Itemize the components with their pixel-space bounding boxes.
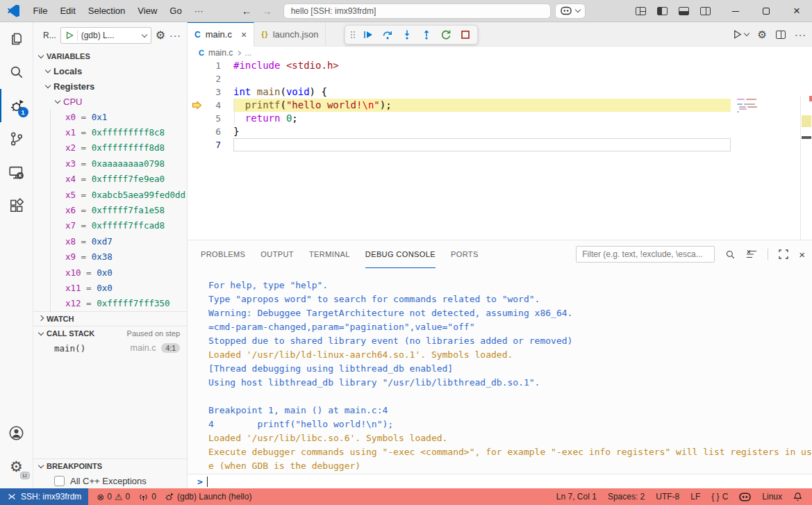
code-line-7[interactable]: 7 bbox=[188, 138, 812, 151]
breadcrumb-file[interactable]: main.c bbox=[208, 48, 233, 58]
stop-button[interactable] bbox=[457, 26, 474, 43]
split-editor-icon[interactable] bbox=[776, 31, 786, 39]
panel-tab-problems[interactable]: PROBLEMS bbox=[201, 240, 245, 268]
code-text[interactable] bbox=[233, 72, 731, 85]
variables-group-locals[interactable]: Locals bbox=[33, 63, 187, 78]
close-button[interactable]: × bbox=[781, 0, 812, 22]
section-watch[interactable]: WATCH bbox=[33, 311, 187, 326]
os-indicator[interactable]: Linux bbox=[762, 492, 782, 502]
panel-tab-ports[interactable]: PORTS bbox=[451, 240, 479, 268]
gutter[interactable] bbox=[188, 72, 206, 85]
step-out-button[interactable] bbox=[418, 26, 435, 43]
forward-icon[interactable]: → bbox=[262, 5, 272, 17]
step-into-button[interactable] bbox=[399, 26, 415, 43]
stack-frame-row[interactable]: main() main.c 4:1 bbox=[33, 340, 187, 356]
close-panel-icon[interactable]: × bbox=[799, 249, 805, 260]
panel-tab-debug-console[interactable]: DEBUG CONSOLE bbox=[365, 240, 436, 268]
continue-button[interactable] bbox=[360, 26, 376, 43]
code-line-2[interactable]: 2 bbox=[188, 72, 812, 85]
gear-icon[interactable]: ⚙ bbox=[758, 29, 767, 40]
register-row[interactable]: x10 = 0x0 bbox=[33, 265, 187, 280]
sidebar-item-run-debug[interactable]: 1 bbox=[0, 89, 33, 122]
code-line-1[interactable]: 1#include <stdio.h> bbox=[188, 59, 812, 72]
code-text[interactable]: int main(void) { bbox=[233, 85, 731, 99]
launch-config-dropdown[interactable]: (gdb) L... bbox=[60, 27, 151, 44]
cursor-position[interactable]: Ln 7, Col 1 bbox=[556, 492, 597, 502]
command-center[interactable]: hello [SSH: imx93frdm] bbox=[283, 3, 551, 19]
register-row[interactable]: x0 = 0x1 bbox=[33, 109, 187, 124]
toggle-panel-icon[interactable] bbox=[679, 7, 689, 15]
restart-button[interactable] bbox=[438, 26, 454, 43]
code-text[interactable]: #include <stdio.h> bbox=[233, 59, 731, 72]
register-row[interactable]: x7 = 0xfffff7ffcad8 bbox=[33, 218, 187, 233]
gutter[interactable] bbox=[188, 125, 206, 138]
copilot-menu[interactable] bbox=[555, 3, 586, 19]
indentation[interactable]: Spaces: 2 bbox=[608, 492, 645, 502]
section-breakpoints[interactable]: BREAKPOINTS bbox=[33, 458, 187, 473]
copilot-icon[interactable] bbox=[739, 492, 751, 502]
drag-handle-icon[interactable] bbox=[349, 29, 357, 40]
back-icon[interactable]: ← bbox=[242, 5, 252, 17]
breadcrumb[interactable]: C main.c ... bbox=[188, 47, 812, 59]
code-text[interactable] bbox=[233, 138, 731, 151]
menu-go[interactable]: Go bbox=[163, 3, 188, 19]
start-debug-icon[interactable] bbox=[65, 31, 74, 40]
more-actions-icon[interactable]: ··· bbox=[795, 29, 806, 40]
menu-[interactable]: ··· bbox=[188, 3, 210, 19]
ports-status[interactable]: 0 bbox=[138, 492, 156, 502]
breakpoint-row[interactable]: All C++ Exceptions bbox=[33, 473, 187, 488]
register-row[interactable]: x11 = 0x0 bbox=[33, 280, 187, 295]
eol-sequence[interactable]: LF bbox=[690, 492, 700, 502]
debug-console-input[interactable]: > bbox=[188, 474, 812, 488]
problems-status[interactable]: ⊗ 0 ⚠ 0 bbox=[97, 492, 130, 502]
execution-pointer-icon[interactable] bbox=[188, 99, 206, 112]
search-icon[interactable] bbox=[725, 249, 736, 260]
sidebar-item-search[interactable] bbox=[0, 56, 33, 89]
variables-group-registers[interactable]: Registers bbox=[33, 78, 187, 94]
clear-console-icon[interactable] bbox=[746, 249, 757, 259]
encoding[interactable]: UTF-8 bbox=[656, 492, 679, 502]
gear-icon[interactable]: ⚙ bbox=[156, 30, 165, 41]
register-row[interactable]: x6 = 0xfffff7fa1e58 bbox=[33, 202, 187, 217]
code-editor[interactable]: 1#include <stdio.h>2 3int main(void) {4 … bbox=[188, 59, 812, 240]
register-row[interactable]: x4 = 0xfffff7fe9ea0 bbox=[33, 172, 187, 187]
section-variables[interactable]: VARIABLES bbox=[33, 49, 187, 63]
sidebar-item-extensions[interactable] bbox=[0, 189, 33, 222]
gutter[interactable] bbox=[188, 59, 206, 72]
code-line-4[interactable]: 4 printf("hello world!\n"); bbox=[188, 99, 812, 112]
menu-edit[interactable]: Edit bbox=[53, 3, 81, 19]
tab-launch-json[interactable]: { } launch.json bbox=[254, 22, 326, 46]
toggle-secondary-sidebar-icon[interactable] bbox=[700, 7, 711, 15]
register-row[interactable]: x2 = 0xfffffffff8d8 bbox=[33, 140, 187, 156]
toggle-sidebar-icon[interactable] bbox=[657, 7, 668, 15]
menu-selection[interactable]: Selection bbox=[82, 3, 131, 19]
register-row[interactable]: x1 = 0xfffffffff8c8 bbox=[33, 124, 187, 140]
more-actions-icon[interactable]: ··· bbox=[169, 30, 181, 41]
language-mode[interactable]: { } C bbox=[711, 492, 728, 502]
sidebar-item-remote-explorer[interactable] bbox=[0, 156, 33, 189]
debug-session-status[interactable]: (gdb) Launch (hello) bbox=[165, 492, 251, 502]
code-text[interactable]: return 0; bbox=[233, 112, 731, 125]
account-button[interactable] bbox=[0, 416, 33, 449]
close-icon[interactable]: × bbox=[241, 29, 247, 40]
gutter[interactable] bbox=[188, 138, 206, 151]
maximize-button[interactable] bbox=[751, 0, 781, 22]
code-line-5[interactable]: 5 return 0; bbox=[188, 112, 812, 125]
register-row[interactable]: x8 = 0xd7 bbox=[33, 233, 187, 249]
console-filter-input[interactable] bbox=[576, 246, 715, 263]
code-text[interactable]: printf("hello world!\n"); bbox=[233, 99, 731, 112]
register-row[interactable]: x9 = 0x38 bbox=[33, 249, 187, 265]
panel-tab-terminal[interactable]: TERMINAL bbox=[309, 240, 350, 268]
settings-button[interactable]: ⚙ LI bbox=[0, 449, 33, 483]
minimap[interactable] bbox=[733, 96, 800, 240]
gutter[interactable] bbox=[188, 85, 206, 99]
minimize-button[interactable]: ─ bbox=[720, 0, 751, 22]
panel-tab-output[interactable]: OUTPUT bbox=[260, 240, 294, 268]
gutter[interactable] bbox=[188, 112, 206, 125]
register-row[interactable]: x3 = 0xaaaaaaaa0798 bbox=[33, 156, 187, 171]
section-call-stack[interactable]: CALL STACK Paused on step bbox=[33, 326, 187, 340]
maximize-panel-icon[interactable] bbox=[779, 249, 788, 259]
code-text[interactable]: } bbox=[233, 125, 731, 138]
customize-layout-icon[interactable] bbox=[636, 7, 646, 15]
menu-file[interactable]: File bbox=[26, 3, 53, 19]
